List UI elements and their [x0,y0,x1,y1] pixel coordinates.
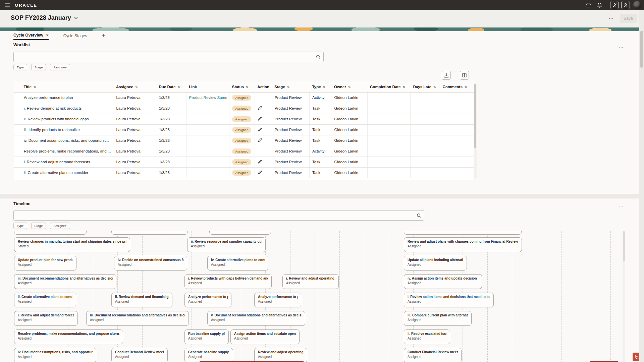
table-row[interactable]: Resolve problems, make recommendations, … [14,146,474,157]
table-row[interactable]: iii. Identify products to rationalizeLau… [14,124,474,135]
row-selector-cell[interactable] [14,92,21,103]
table-row[interactable]: i. Review demand at risk productsLaura P… [14,103,474,114]
table-row[interactable]: iv. Document assumptions, risks, and opp… [14,135,474,146]
close-tab-icon[interactable]: × [46,33,49,38]
sort-icon[interactable]: ⇅ [433,85,436,89]
column-header-type[interactable]: Type⇅ [310,81,331,92]
timeline-card[interactable]: Update product plan for new productsAssi… [14,256,76,270]
column-header-owner[interactable]: Owner⇅ [331,81,367,92]
column-header-stage[interactable]: Stage⇅ [272,81,309,92]
link-cell-link[interactable]: Product Review Summary [189,96,227,100]
notifications-bell-icon[interactable] [595,1,604,9]
row-selector-cell[interactable] [14,124,21,135]
column-header-comments[interactable]: Comments⇅ [440,81,474,92]
edit-action-button[interactable] [258,117,262,121]
column-header-assignee[interactable]: Assignee⇅ [113,81,156,92]
column-header-status[interactable]: Status⇅ [229,81,255,92]
menu-icon[interactable] [3,1,12,9]
timeline-card[interactable]: ii. Resolve escalated issuesAssigned [404,329,450,344]
timeline-overflow-icon[interactable]: ⋯ [619,203,624,208]
timeline-filter-chip-stage[interactable]: Stage [31,223,46,229]
timeline-card-partial[interactable] [14,231,87,235]
timeline-filter-chip-type[interactable]: Type [13,223,27,229]
download-icon[interactable] [442,71,451,80]
timeline-card[interactable]: i. Review and adjust operating planAssig… [282,274,339,289]
search-icon[interactable] [414,213,424,218]
timeline-card[interactable]: Review and adjust operating planAssigned [254,348,307,362]
row-selector-cell[interactable] [14,157,21,167]
column-header-daysLate[interactable]: Days Late⇅ [411,81,440,92]
timeline-card[interactable]: Conduct Financial Review meetingAssigned [404,348,462,362]
timeline-card[interactable]: Run baseline supply planAssigned [184,329,229,344]
timeline-card[interactable]: v. Document recommendations and alternat… [207,311,305,326]
timeline-card[interactable]: Resolve problems, make recommendations, … [14,329,123,344]
worklist-filter-chip-type[interactable]: Type [13,64,27,70]
timeline-card[interactable]: ii. Review resource and supplier capacit… [187,237,266,252]
timeline-card[interactable]: ii. Review demand and financial gapsAssi… [111,293,172,307]
sort-icon[interactable]: ⇅ [246,85,249,89]
table-row[interactable]: ii. Create alternative plans to consider… [14,167,474,178]
worklist-filter-chip-assignee[interactable]: Assignee [50,64,70,70]
row-selector-cell[interactable] [14,167,21,178]
timeline-card[interactable]: Conduct Demand Review meetingAssigned [111,348,168,362]
tab-cycle-stages[interactable]: Cycle Stages [63,32,87,40]
timeline-card[interactable]: Review changes in manufacturing start an… [14,237,130,252]
timeline-card-partial[interactable] [111,231,188,235]
page-overflow-icon[interactable]: ⋯ [608,16,614,21]
sort-icon[interactable]: ⇅ [135,85,138,89]
timeline-card[interactable]: iii. Document recommendations and altern… [86,311,189,326]
add-tab-icon[interactable]: + [102,33,105,39]
timeline-scrollbar[interactable] [623,231,625,362]
sort-icon[interactable]: ⇅ [465,85,467,89]
timeline-card[interactable]: Review and adjust plans with changes com… [404,237,522,252]
timeline-card[interactable]: i. Review and adjust demand forecastsAss… [14,311,78,326]
save-button[interactable]: Save [620,14,637,23]
worklist-filter-chip-stage[interactable]: Stage [31,64,46,70]
user-avatar[interactable] [633,1,641,9]
edit-action-button[interactable] [258,106,262,110]
person-restricted-alt-icon[interactable] [621,1,630,9]
sort-icon[interactable]: ⇅ [348,85,351,89]
sort-icon[interactable]: ⇅ [323,85,326,89]
timeline-card[interactable]: iv. Decide on unconstrained consensus fo… [114,256,187,270]
row-selector-cell[interactable] [14,103,21,114]
column-header-due[interactable]: Due Date⇅ [156,81,186,92]
timeline-card[interactable]: i. Review action items and decisions tha… [404,293,494,307]
manage-columns-icon[interactable] [460,71,469,80]
timeline-card[interactable]: iii. Compare current plan with alternati… [404,311,472,326]
timeline-card[interactable]: iv. Assign action items and update decis… [404,274,482,289]
search-icon[interactable] [313,55,323,59]
timeline-card[interactable]: Analyze performance to planAssigned [254,293,301,307]
row-selector-cell[interactable] [14,114,21,124]
timeline-card[interactable]: Assign action items and escalate open is… [230,329,300,344]
timeline-filter-chip-assignee[interactable]: Assignee [50,223,70,229]
worklist-search-input[interactable] [14,52,313,62]
timeline-card[interactable]: Analyze performance to planAssigned [184,293,231,307]
edit-action-button[interactable] [258,138,262,142]
timeline-card[interactable]: iv. Create alternative plans to consider… [207,256,268,270]
page-title[interactable]: SOP FY2028 January [11,14,78,21]
timeline-card[interactable]: iv. Document assumptions, risks, and opp… [14,348,96,362]
timeline-card[interactable]: ii. Create alternative plans to consider… [14,293,76,307]
timeline-card[interactable]: iii. Document recommendations and altern… [14,274,116,289]
table-scrollbar[interactable] [474,83,477,179]
table-row[interactable]: i. Review and adjust demand forecastsLau… [14,157,474,167]
worklist-overflow-icon[interactable]: ⋯ [619,44,624,50]
tab-cycle-overview[interactable]: Cycle Overview × [13,32,49,40]
timeline-card[interactable]: Generate baseline supply planAssigned [184,348,233,362]
sort-icon[interactable]: ⇅ [287,85,290,89]
sort-icon[interactable]: ⇅ [34,85,36,89]
timeline-search-input[interactable] [14,210,414,220]
edit-action-button[interactable] [258,170,262,175]
timeline-card-partial[interactable] [404,231,522,235]
sort-icon[interactable]: ⇅ [177,85,180,89]
person-restricted-icon[interactable] [610,1,619,9]
column-header-completion[interactable]: Completion Date⇅ [367,81,411,92]
home-icon[interactable] [584,1,593,9]
timeline-card[interactable]: Update all plans including alternativesA… [404,256,467,270]
column-header-title[interactable]: Title⇅ [21,81,113,92]
edit-action-button[interactable] [258,160,262,164]
table-row[interactable]: Analyze performance to planLaura Petrova… [14,92,474,103]
sort-icon[interactable]: ⇅ [402,85,405,89]
page-scrollbar[interactable] [639,10,644,362]
